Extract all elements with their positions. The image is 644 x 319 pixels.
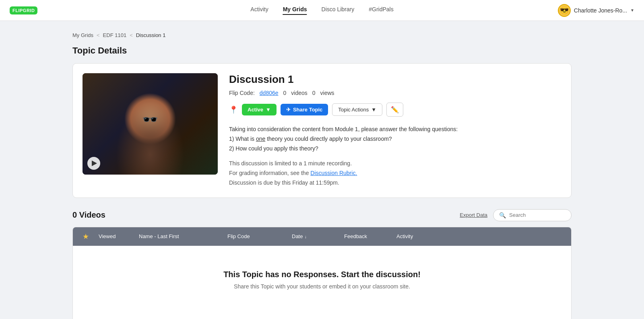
nav-disco-library[interactable]: Disco Library	[322, 6, 355, 15]
nav-activity[interactable]: Activity	[250, 6, 268, 15]
topic-video-thumbnail[interactable]: 🕶️	[83, 73, 218, 175]
flip-code-label: Flip Code:	[229, 90, 255, 96]
share-topic-button[interactable]: ✈ Share Topic	[281, 104, 328, 115]
chevron-down-icon: ▼	[266, 107, 271, 113]
th-date[interactable]: Date ↓	[289, 233, 341, 239]
chevron-down-icon: ▼	[371, 107, 376, 113]
topic-note: This discussion is limited to a 1 minute…	[229, 159, 561, 187]
export-data-link[interactable]: Export Data	[460, 212, 487, 218]
videos-count-label: 0 Videos	[72, 210, 105, 220]
breadcrumb-sep-2: <	[130, 32, 133, 38]
th-name[interactable]: Name - Last First	[136, 233, 224, 239]
main-content: My Grids < EDF 1101 < Discussion 1 Topic…	[56, 21, 588, 319]
flip-code-link[interactable]: dd806e	[260, 90, 279, 96]
navbar: FLIPGRID Activity My Grids Disco Library…	[0, 0, 644, 21]
videos-table: ★ Viewed Name - Last First Flip Code Dat…	[72, 227, 572, 319]
empty-subtitle: Share this Topic with your students or e…	[81, 283, 563, 290]
th-feedback[interactable]: Feedback	[341, 233, 393, 239]
breadcrumb: My Grids < EDF 1101 < Discussion 1	[72, 32, 572, 38]
edit-button[interactable]: ✏️	[386, 103, 403, 117]
share-icon: ✈	[286, 107, 291, 113]
topic-meta: Flip Code: dd806e 0 videos 0 views	[229, 90, 561, 96]
sort-icon: ↓	[304, 234, 307, 239]
videos-label: videos	[291, 90, 307, 96]
topic-card: 🕶️ Discussion 1 Flip Code: dd806e 0 vide…	[72, 63, 572, 198]
topic-description: Taking into consideration the content fr…	[229, 125, 561, 153]
video-placeholder: 🕶️	[83, 73, 218, 175]
videos-section: 0 Videos Export Data 🔍 ★ Viewed Name - L	[72, 209, 572, 319]
th-star[interactable]: ★	[76, 232, 95, 241]
nav-links: Activity My Grids Disco Library #GridPal…	[250, 6, 393, 15]
th-activity[interactable]: Activity	[393, 233, 442, 239]
search-box: 🔍	[493, 209, 572, 221]
topic-actions-button[interactable]: Topic Actions ▼	[332, 103, 382, 116]
topic-info: Discussion 1 Flip Code: dd806e 0 videos …	[229, 73, 561, 188]
table-empty-state: This Topic has no Responses. Start the d…	[73, 246, 571, 319]
topic-title: Discussion 1	[229, 73, 561, 86]
glasses-overlay: 🕶️	[142, 112, 158, 127]
chevron-down-icon: ▼	[630, 8, 634, 12]
user-menu[interactable]: 😎 Charlotte Jones-Ro... ▼	[558, 4, 634, 17]
videos-controls: Export Data 🔍	[460, 209, 572, 221]
logo: FLIPGRID	[10, 6, 37, 14]
breadcrumb-my-grids[interactable]: My Grids	[72, 32, 93, 38]
logo-badge: FLIPGRID	[10, 6, 37, 14]
discussion-rubric-link[interactable]: Discussion Rubric.	[310, 170, 357, 176]
table-header: ★ Viewed Name - Last First Flip Code Dat…	[73, 227, 571, 246]
breadcrumb-current: Discussion 1	[136, 32, 166, 38]
th-viewed[interactable]: Viewed	[95, 233, 136, 239]
search-icon: 🔍	[499, 212, 506, 218]
views-label: views	[320, 90, 334, 96]
pencil-icon: ✏️	[391, 106, 399, 113]
search-input[interactable]	[509, 212, 566, 218]
page-title: Topic Details	[72, 45, 572, 56]
breadcrumb-sep-1: <	[97, 32, 100, 38]
videos-header: 0 Videos Export Data 🔍	[72, 209, 572, 221]
videos-count: 0	[283, 90, 287, 96]
location-icon: 📍	[229, 105, 238, 114]
breadcrumb-edf1101[interactable]: EDF 1101	[103, 32, 127, 38]
underline-one: one	[256, 136, 265, 142]
empty-title: This Topic has no Responses. Start the d…	[81, 270, 563, 279]
play-button[interactable]	[87, 157, 100, 170]
th-flip-code[interactable]: Flip Code	[224, 233, 289, 239]
active-button[interactable]: Active ▼	[242, 104, 277, 115]
topic-actions-row: 📍 Active ▼ ✈ Share Topic Topic Actions ▼…	[229, 103, 561, 117]
nav-gridpals[interactable]: #GridPals	[369, 6, 393, 15]
views-count: 0	[312, 90, 316, 96]
nav-my-grids[interactable]: My Grids	[283, 6, 307, 15]
user-name: Charlotte Jones-Ro...	[574, 7, 627, 14]
avatar: 😎	[558, 4, 571, 17]
